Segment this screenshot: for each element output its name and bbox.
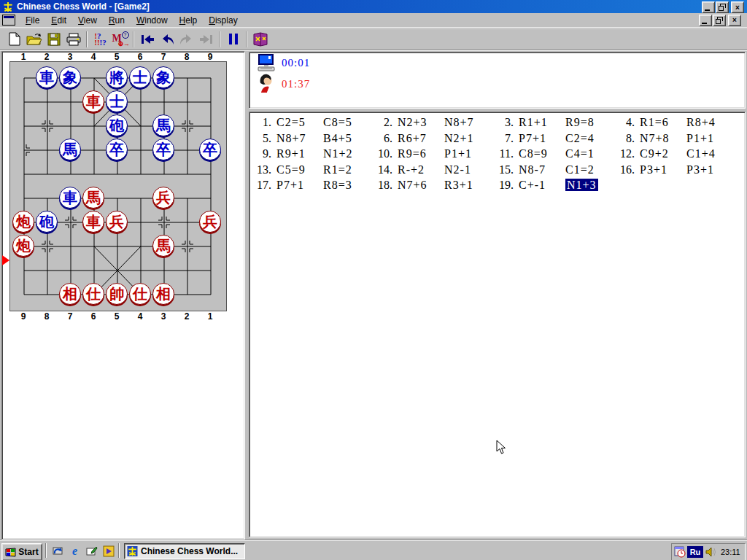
show-desktop-button[interactable] [51, 545, 63, 557]
blue-piece[interactable]: 車 [36, 66, 58, 88]
blue-piece[interactable]: 卒 [106, 139, 128, 160]
blue-piece[interactable]: 車 [59, 187, 81, 209]
document-window-icon[interactable] [2, 15, 15, 26]
red-piece[interactable]: 車 [82, 211, 104, 233]
go-first-button[interactable] [137, 30, 157, 49]
mdi-minimize-button[interactable] [699, 15, 712, 26]
move-red[interactable]: R9+1 [276, 147, 323, 160]
move-blue[interactable]: P1+1 [444, 147, 491, 160]
red-piece[interactable]: 馬 [82, 187, 104, 209]
menu-display[interactable]: Display [203, 14, 243, 27]
move-blue[interactable]: C4=1 [565, 147, 612, 160]
move-red[interactable]: R1=6 [640, 116, 686, 129]
blue-piece[interactable]: 士 [106, 90, 128, 112]
move-red[interactable]: R1+1 [519, 116, 565, 129]
menu-file[interactable]: File [20, 14, 45, 27]
move-red[interactable]: C9+2 [640, 147, 686, 160]
move-blue-current[interactable]: N1+3 [565, 179, 612, 192]
move-quality-button[interactable]: M?⊕→ [110, 30, 130, 49]
blue-piece[interactable]: 馬 [59, 139, 81, 160]
minimize-button[interactable] [702, 1, 715, 13]
menu-window[interactable]: Window [131, 14, 174, 27]
move-red[interactable]: P3+1 [640, 163, 686, 176]
internet-explorer-button[interactable]: e [69, 545, 81, 557]
book-button[interactable] [250, 30, 270, 49]
blue-piece[interactable]: 士 [129, 66, 151, 88]
menu-view[interactable]: View [72, 14, 103, 27]
move-red[interactable]: C+-1 [519, 179, 565, 192]
move-blue[interactable]: C8=5 [323, 116, 370, 129]
undo-button[interactable] [157, 30, 177, 49]
move-blue[interactable]: C1=2 [565, 163, 612, 176]
save-button[interactable] [44, 30, 63, 49]
red-piece[interactable]: 兵 [152, 187, 174, 209]
media-player-button[interactable] [102, 545, 115, 557]
move-red[interactable]: C8=9 [519, 147, 565, 160]
open-button[interactable] [24, 30, 44, 49]
red-piece[interactable]: 仕 [129, 283, 151, 305]
red-piece[interactable]: 相 [152, 283, 174, 305]
red-piece[interactable]: 馬 [152, 235, 174, 257]
close-button[interactable]: × [731, 1, 744, 13]
print-button[interactable] [63, 30, 83, 49]
red-piece[interactable]: 炮 [12, 235, 34, 257]
move-blue[interactable]: B4+5 [323, 132, 370, 145]
menu-edit[interactable]: Edit [45, 14, 72, 27]
go-last-button[interactable] [196, 30, 216, 49]
move-red[interactable]: R-+2 [398, 163, 444, 176]
move-blue[interactable]: N2+1 [444, 132, 491, 145]
red-piece[interactable]: 帥 [106, 283, 128, 305]
move-blue[interactable]: N1+2 [323, 147, 370, 160]
new-button[interactable] [4, 30, 24, 49]
move-blue[interactable]: R1=2 [323, 163, 370, 176]
menu-help[interactable]: Help [174, 14, 204, 27]
volume-icon[interactable] [705, 546, 717, 558]
red-piece[interactable]: 炮 [12, 211, 34, 233]
red-piece[interactable]: 車 [82, 90, 104, 112]
red-piece[interactable]: 仕 [82, 283, 104, 305]
blue-piece[interactable]: 馬 [152, 114, 174, 136]
blue-piece[interactable]: 象 [59, 66, 81, 88]
blue-piece[interactable]: 砲 [106, 114, 128, 136]
mdi-close-button[interactable]: × [728, 15, 741, 26]
task-scheduler-icon[interactable] [674, 546, 686, 558]
move-blue[interactable]: R3+1 [444, 179, 491, 192]
move-red[interactable]: N8-7 [519, 163, 565, 176]
move-blue[interactable]: C1+4 [686, 147, 733, 160]
compose-mail-button[interactable] [85, 545, 98, 557]
move-red[interactable]: N7+6 [398, 179, 444, 192]
blue-piece[interactable]: 象 [152, 66, 174, 88]
blue-piece[interactable]: 將 [106, 66, 128, 88]
pause-button[interactable] [223, 30, 243, 49]
mdi-restore-button[interactable] [713, 15, 726, 26]
move-red[interactable]: P7+1 [519, 132, 565, 145]
blue-piece[interactable]: 砲 [36, 211, 58, 233]
move-red[interactable]: N8+7 [276, 132, 323, 145]
red-piece[interactable]: 相 [59, 283, 81, 305]
move-blue[interactable]: R8+4 [686, 116, 733, 129]
red-piece[interactable]: 兵 [199, 211, 221, 233]
red-piece[interactable]: 兵 [106, 211, 128, 233]
move-red[interactable]: R9=6 [398, 147, 444, 160]
move-blue[interactable]: R9=8 [565, 116, 612, 129]
task-button-chinese-chess[interactable]: Chinese Chess World... [124, 543, 245, 559]
blue-piece[interactable]: 卒 [199, 139, 221, 160]
redo-button[interactable] [177, 30, 196, 49]
move-blue[interactable]: R8=3 [323, 179, 370, 192]
move-red[interactable]: N2+3 [398, 116, 444, 129]
restore-button[interactable] [716, 1, 729, 13]
move-red[interactable]: C2=5 [276, 116, 323, 129]
move-red[interactable]: N7+8 [640, 132, 686, 145]
move-blue[interactable]: N2-1 [444, 163, 491, 176]
language-indicator[interactable]: Ru [687, 546, 703, 558]
move-red[interactable]: R6+7 [398, 132, 444, 145]
move-red[interactable]: C5=9 [276, 163, 323, 176]
blue-piece[interactable]: 卒 [152, 139, 174, 160]
menu-run[interactable]: Run [103, 14, 131, 27]
start-button[interactable]: Start [1, 543, 42, 560]
move-red[interactable]: P7+1 [276, 179, 323, 192]
move-blue[interactable]: C2=4 [565, 132, 612, 145]
move-blue[interactable]: P3+1 [686, 163, 733, 176]
move-blue[interactable]: N8+7 [444, 116, 491, 129]
hint-button[interactable]: !?!!!? [90, 30, 110, 49]
